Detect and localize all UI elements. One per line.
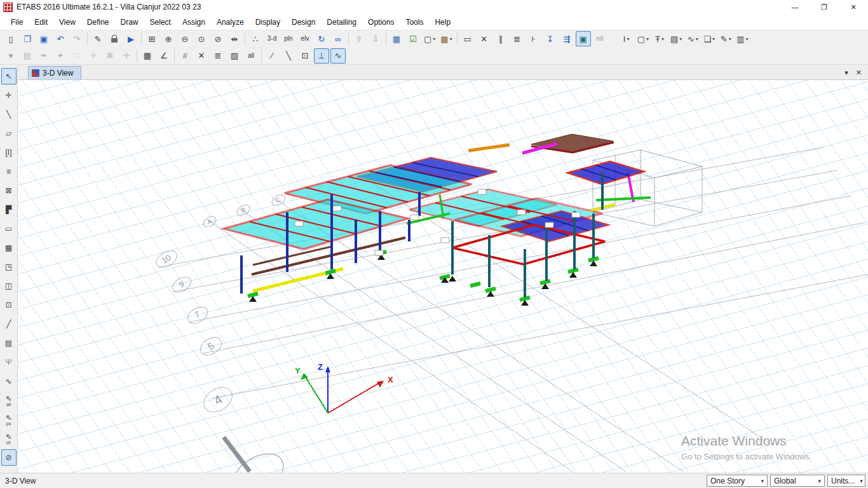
menu-item-tools[interactable]: Tools [400,16,429,29]
frame-load-icon[interactable]: ⇶ [559,31,574,46]
draw-link-tool-icon[interactable]: ◫ [1,278,17,294]
check-area-icon[interactable]: ▨ [227,48,242,64]
draw-wall-tool-icon[interactable]: ◳ [1,259,17,275]
clear-selection-button[interactable]: ⇖ clr [1,430,17,447]
spring-dropdown-icon[interactable]: ∿ [685,31,700,46]
coordinate-system-selector[interactable]: Global [770,475,825,487]
layers-dropdown-icon[interactable]: ▥ [735,31,750,46]
menu-item-draw[interactable]: Draw [115,16,144,29]
quick-draw-frame-tool-icon[interactable]: ≡ [1,163,17,180]
draw-area-tool-icon[interactable]: ▱ [1,125,17,142]
rubber-band-zoom-icon[interactable]: ⊞ [144,31,159,46]
toolbar-overflow-icon[interactable]: ▾ [3,48,18,64]
menu-item-analyze[interactable]: Analyze [211,16,250,29]
point-load-icon[interactable]: ↧ [543,31,558,46]
draw-line-tool-icon[interactable]: ╲ [1,106,17,123]
tab-close-icon[interactable]: ✕ [856,69,862,77]
spray-icon[interactable]: ∷ [69,48,85,64]
draw-dimension-tool-icon[interactable]: ⊡ [1,297,17,313]
plan-view-button[interactable]: pln [281,31,296,46]
erase-selection-icon[interactable]: ✕ [194,48,209,64]
menu-item-select[interactable]: Select [144,16,177,29]
pen-style-dropdown-icon[interactable]: ✎ [718,31,733,46]
frame-type-dropdown-icon[interactable]: ❏ [702,31,717,46]
snap-toggle-icon[interactable]: ▣ [576,31,591,46]
draw-reference-line-tool-icon[interactable]: ╱ [1,316,17,332]
restore-full-view-icon[interactable]: ⊙ [194,31,209,46]
zoom-out-icon[interactable]: ⊖ [177,31,193,46]
save-model-icon[interactable]: ▣ [36,31,51,46]
frame-section-dropdown-icon[interactable]: I [619,31,634,46]
nd-label[interactable]: nd [592,31,607,46]
draw-floor-tool-icon[interactable]: ▛ [1,201,17,218]
snap-intersection-icon[interactable]: ⊡ [297,48,313,64]
menu-item-edit[interactable]: Edit [29,16,53,29]
menu-item-detailing[interactable]: Detailing [321,16,362,29]
tendon-section-dropdown-icon[interactable]: Ŧ [652,31,667,46]
menu-item-options[interactable]: Options [362,16,400,29]
minimize-button[interactable]: — [780,0,810,14]
draw-curve-tool-icon[interactable]: ∿ [1,373,17,390]
close-button[interactable]: ✕ [839,0,868,14]
scatter-icon[interactable]: ✧ [86,48,101,64]
snap-lines-icon[interactable]: ∿ [330,48,346,64]
menu-item-design[interactable]: Design [286,16,321,29]
new-model-icon[interactable]: ▯ [3,31,18,46]
previous-selection-button[interactable]: ⇖ ps [1,411,17,428]
quick-draw-wall-tool-icon[interactable]: ▦ [1,240,17,256]
view-limits-icon[interactable]: ▦ [389,31,404,46]
menu-item-define[interactable]: Define [81,16,115,29]
lock-model-icon[interactable] [107,31,122,46]
view-3d-button[interactable]: 3-d [264,31,280,46]
draw-braces-tool-icon[interactable]: [I] [1,144,17,161]
tab-3d-view[interactable]: 3-D View [28,66,81,79]
zoom-in-icon[interactable]: ⊕ [161,31,176,46]
grid-options-icon[interactable]: ▦ [140,48,155,64]
previous-zoom-icon[interactable]: ⊘ [210,31,226,46]
menu-item-view[interactable]: View [53,16,81,29]
menu-item-assign[interactable]: Assign [177,16,211,29]
section-designer-tool-icon[interactable]: Ψ [1,354,17,370]
snap-midpoint-icon[interactable]: ╲ [281,48,296,64]
maximize-button[interactable]: ❐ [810,0,839,14]
edit-pen-icon[interactable]: ✎ [90,31,105,46]
draw-grid-tool-icon[interactable]: ▤ [1,335,17,351]
snap-perpendicular-icon[interactable]: ⊥ [314,48,329,64]
rotate-3d-view-icon[interactable]: ↻ [314,31,329,46]
named-selection-icon[interactable]: # [177,48,193,64]
brush-icon[interactable]: ✻ [102,48,118,64]
menu-item-file[interactable]: File [5,16,29,29]
snap-endpoint-icon[interactable]: ∕ [264,48,280,64]
pan-icon[interactable]: ⇹ [227,31,242,46]
eraser-icon[interactable]: ✛ [119,48,134,64]
quick-draw-area-tool-icon[interactable]: ▭ [1,220,17,237]
select-all-button[interactable]: ⇖ all [1,392,17,409]
show-all-button[interactable]: all [243,48,259,64]
display-options-icon[interactable]: ☑ [405,31,421,46]
list-selection-icon[interactable]: ≣ [210,48,226,64]
menu-item-display[interactable]: Display [250,16,286,29]
undo-icon[interactable]: ↶ [53,31,68,46]
ink-drop-icon[interactable]: ✦ [53,48,68,64]
redo-icon[interactable]: ↷ [69,31,85,46]
units-selector[interactable]: Units... [827,475,865,487]
object-shrink-dropdown-icon[interactable]: ▢ [422,31,437,46]
model-viewport[interactable]: 10 9 7 5 4 A B C [18,80,868,473]
extruded-view-dropdown-icon[interactable]: ▩ [438,31,454,46]
pin-icon[interactable]: ✒ [36,48,51,64]
move-up-list-icon[interactable]: ⇧ [351,31,367,46]
quick-draw-braces-tool-icon[interactable]: ⊠ [1,182,17,199]
tab-list-dropdown-icon[interactable]: ▾ [844,69,848,77]
reshape-tool-icon[interactable]: ✛ [1,87,17,104]
section-cut-dropdown-icon[interactable]: ▤ [668,31,684,46]
draw-frame-hatch-icon[interactable]: ∥ [493,31,508,46]
protractor-icon[interactable]: ∠ [156,48,172,64]
stamp-grid-icon[interactable]: ▤ [20,48,35,64]
move-down-list-icon[interactable]: ⇩ [368,31,383,46]
story-selector[interactable]: One Story [707,475,768,487]
structure-model[interactable] [224,134,651,306]
select-line-icon[interactable]: ✕ [477,31,492,46]
elevation-view-button[interactable]: elv [297,31,313,46]
open-model-icon[interactable]: ❐ [20,31,35,46]
select-pointer-tool-icon[interactable]: ↖ [1,68,17,85]
